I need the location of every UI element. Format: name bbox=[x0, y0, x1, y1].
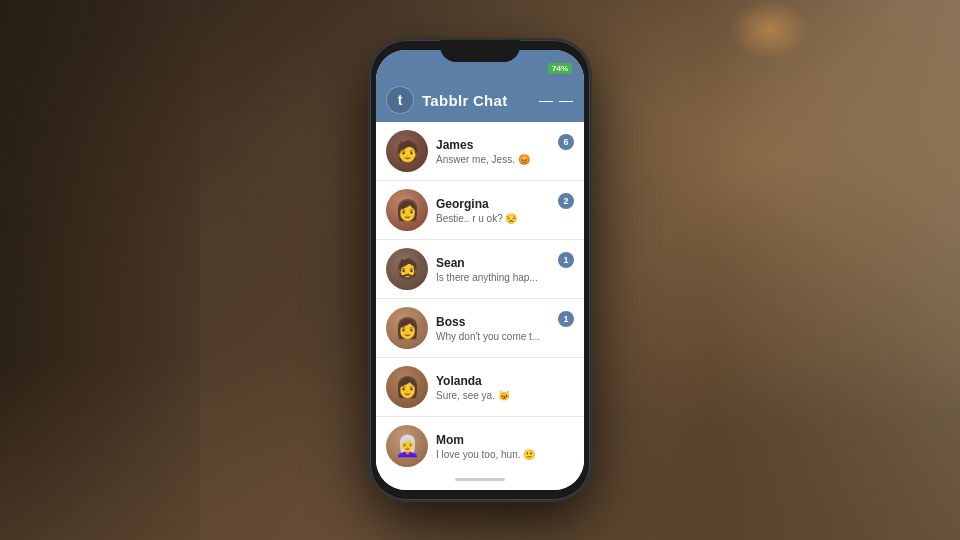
app-header: t Tabblr Chat — — bbox=[376, 78, 584, 122]
avatar-face-james: 🧑 bbox=[386, 130, 428, 172]
chat-item-boss[interactable]: 👩 Boss Why don't you come t... 1 bbox=[376, 299, 584, 358]
avatar-sean: 🧔 bbox=[386, 248, 428, 290]
chat-content-georgina: Georgina Bestie.. r u ok? 😒 bbox=[436, 197, 550, 224]
phone-mockup: 74% t Tabblr Chat — — 🧑 James bbox=[370, 40, 590, 500]
chat-name-mom: Mom bbox=[436, 433, 574, 447]
chat-preview-georgina: Bestie.. r u ok? 😒 bbox=[436, 213, 550, 224]
badge-boss: 1 bbox=[558, 311, 574, 327]
phone-screen: 74% t Tabblr Chat — — 🧑 James bbox=[376, 50, 584, 490]
avatar-face-georgina: 👩 bbox=[386, 189, 428, 231]
chat-preview-sean: Is there anything hap... bbox=[436, 272, 550, 283]
phone-frame: 74% t Tabblr Chat — — 🧑 James bbox=[370, 40, 590, 500]
chat-item-mom[interactable]: 👩‍🦳 Mom I love you too, hun. 🙂 bbox=[376, 417, 584, 468]
chat-content-boss: Boss Why don't you come t... bbox=[436, 315, 550, 342]
chat-preview-mom: I love you too, hun. 🙂 bbox=[436, 449, 574, 460]
chat-preview-yolanda: Sure, see ya. 🐱 bbox=[436, 390, 574, 401]
app-logo-letter: t bbox=[398, 92, 403, 108]
room-ceiling-light bbox=[730, 0, 810, 60]
avatar-face-boss: 👩 bbox=[386, 307, 428, 349]
chat-content-sean: Sean Is there anything hap... bbox=[436, 256, 550, 283]
phone-notch bbox=[440, 40, 520, 62]
chat-item-yolanda[interactable]: 👩 Yolanda Sure, see ya. 🐱 bbox=[376, 358, 584, 417]
badge-james: 6 bbox=[558, 134, 574, 150]
chat-name-boss: Boss bbox=[436, 315, 550, 329]
badge-sean: 1 bbox=[558, 252, 574, 268]
chat-preview-boss: Why don't you come t... bbox=[436, 331, 550, 342]
chat-item-sean[interactable]: 🧔 Sean Is there anything hap... 1 bbox=[376, 240, 584, 299]
battery-indicator: 74% bbox=[548, 63, 572, 74]
chat-content-mom: Mom I love you too, hun. 🙂 bbox=[436, 433, 574, 460]
chat-name-sean: Sean bbox=[436, 256, 550, 270]
avatar-face-sean: 🧔 bbox=[386, 248, 428, 290]
home-bar bbox=[455, 478, 505, 481]
chat-name-james: James bbox=[436, 138, 550, 152]
avatar-james: 🧑 bbox=[386, 130, 428, 172]
chat-item-james[interactable]: 🧑 James Answer me, Jess. 😡 6 bbox=[376, 122, 584, 181]
chat-preview-james: Answer me, Jess. 😡 bbox=[436, 154, 550, 165]
avatar-yolanda: 👩 bbox=[386, 366, 428, 408]
chat-content-james: James Answer me, Jess. 😡 bbox=[436, 138, 550, 165]
avatar-face-mom: 👩‍🦳 bbox=[386, 425, 428, 467]
home-indicator-bar bbox=[376, 468, 584, 490]
avatar-face-yolanda: 👩 bbox=[386, 366, 428, 408]
chat-item-georgina[interactable]: 👩 Georgina Bestie.. r u ok? 😒 2 bbox=[376, 181, 584, 240]
avatar-boss: 👩 bbox=[386, 307, 428, 349]
chat-content-yolanda: Yolanda Sure, see ya. 🐱 bbox=[436, 374, 574, 401]
chat-name-georgina: Georgina bbox=[436, 197, 550, 211]
header-menu-icon[interactable]: — — bbox=[539, 92, 574, 108]
badge-georgina: 2 bbox=[558, 193, 574, 209]
avatar-mom: 👩‍🦳 bbox=[386, 425, 428, 467]
chat-name-yolanda: Yolanda bbox=[436, 374, 574, 388]
chat-list: 🧑 James Answer me, Jess. 😡 6 👩 Georgina bbox=[376, 122, 584, 468]
avatar-georgina: 👩 bbox=[386, 189, 428, 231]
app-logo: t bbox=[386, 86, 414, 114]
app-title: Tabblr Chat bbox=[422, 92, 531, 109]
